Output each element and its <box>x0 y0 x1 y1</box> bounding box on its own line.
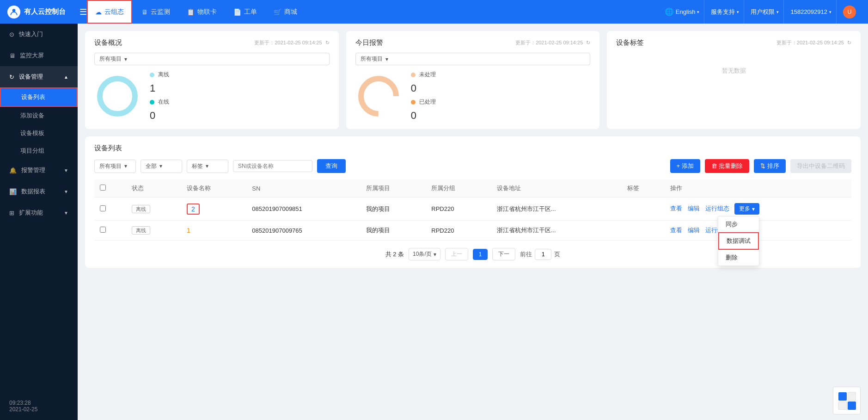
extensions-icon: ⊞ <box>9 210 14 216</box>
hamburger-button[interactable]: ☰ <box>79 7 87 17</box>
row1-project: 我的项目 <box>361 198 426 221</box>
overview-title: 设备概况 <box>94 38 122 47</box>
nav-work-order[interactable]: 📄 工单 <box>226 0 264 24</box>
top-nav-right: 🌐 English ▾ 服务支持 ▾ 用户权限 ▾ 15822092912 ▾ … <box>660 0 861 24</box>
handled-legend: 已处理 <box>411 98 436 106</box>
logo-icon <box>7 6 20 19</box>
app-logo[interactable]: 有人云控制台 <box>7 6 66 19</box>
row1-group: RPD220 <box>426 198 491 221</box>
select-all-checkbox[interactable] <box>100 185 106 191</box>
alarm-filter[interactable]: 所有项目 ▾ <box>355 53 591 65</box>
row1-more-button[interactable]: 更多 ▾ <box>734 203 759 215</box>
col-project: 所属项目 <box>361 179 426 198</box>
query-button[interactable]: 查询 <box>317 159 346 173</box>
page-size-caret: ▾ <box>434 251 436 258</box>
row2-tag <box>622 221 665 241</box>
monitor-icon: 🖥 <box>141 8 148 16</box>
tag-card: 设备标签 更新于：2021-02-25 09:14:25 ↻ 暂无数据 <box>607 31 861 129</box>
batch-delete-button[interactable]: 🗑 批量删除 <box>705 159 750 173</box>
tag-no-data: 暂无数据 <box>616 53 851 89</box>
overview-refresh-icon[interactable]: ↻ <box>325 40 330 45</box>
user-permissions[interactable]: 用户权限 ▾ <box>746 0 784 24</box>
row1-view-link[interactable]: 查看 <box>670 205 682 212</box>
workorder-icon: 📄 <box>233 8 241 16</box>
alarm-filter-caret: ▾ <box>385 56 388 62</box>
goto-page-input[interactable] <box>535 249 551 260</box>
offline-dot <box>150 73 154 77</box>
next-page-button[interactable]: 下一 <box>492 248 515 260</box>
sidebar-item-device-mgmt[interactable]: ↻ 设备管理 ▲ <box>0 66 78 87</box>
row1-dropdown-menu: 同步 数据调试 删除 <box>718 216 759 266</box>
row1-edit-link[interactable]: 编辑 <box>688 205 700 212</box>
sort-icon: ⇅ <box>760 162 765 169</box>
alarm-update: 更新于：2021-02-25 09:14:25 ↻ <box>515 39 590 46</box>
prev-page-button[interactable]: 上一 <box>445 248 468 260</box>
nav-cloud-org[interactable]: ☁ 云组态 <box>87 0 132 24</box>
svg-point-3 <box>361 79 396 114</box>
dropdown-sync[interactable]: 同步 <box>718 216 759 232</box>
overview-legend: 离线 1 在线 0 <box>150 71 169 122</box>
tag-filter-caret: ▾ <box>206 163 208 169</box>
offline-legend: 离线 <box>150 71 169 79</box>
row2-checkbox[interactable] <box>100 227 106 233</box>
globe-icon: 🌐 <box>665 7 674 16</box>
sidebar-item-monitor-screen[interactable]: 🖥 监控大屏 <box>0 45 78 66</box>
sidebar-item-device-list[interactable]: 设备列表 <box>0 87 78 107</box>
sidebar-item-add-device[interactable]: 添加设备 <box>0 107 78 124</box>
delete-icon: 🗑 <box>711 162 717 169</box>
tag-filter[interactable]: 标签 ▾ <box>187 160 228 173</box>
handled-count: 0 <box>411 110 436 122</box>
device-list-section: 设备列表 所有项目 ▾ 全部 ▾ 标签 ▾ 查询 + 添加 <box>85 136 861 268</box>
online-legend: 在线 <box>150 98 169 106</box>
language-selector[interactable]: 🌐 English ▾ <box>660 0 705 24</box>
row2-view-link[interactable]: 查看 <box>670 227 682 234</box>
svg-point-1 <box>100 79 135 114</box>
project-filter[interactable]: 所有项目 ▾ <box>94 160 136 173</box>
alarm-donut-chart <box>355 73 402 119</box>
nav-shop[interactable]: 🛒 商城 <box>266 0 305 24</box>
page-1-button[interactable]: 1 <box>473 249 488 260</box>
sidebar-item-quick-start[interactable]: ⊙ 快速入门 <box>0 24 78 45</box>
user-phone[interactable]: 15822092912 ▾ <box>786 0 837 24</box>
sidebar-item-project-group[interactable]: 项目分组 <box>0 142 78 160</box>
dropdown-delete[interactable]: 删除 <box>718 250 759 266</box>
row1-run-state-link[interactable]: 运行组态 <box>705 205 729 212</box>
sidebar-item-extensions[interactable]: ⊞ 扩展功能 ▼ <box>0 202 78 223</box>
row1-device-name[interactable]: 2 <box>187 204 200 215</box>
row2-device-name[interactable]: 1 <box>187 227 190 234</box>
service-support[interactable]: 服务支持 ▾ <box>706 0 744 24</box>
sort-button[interactable]: ⇅ 排序 <box>754 159 786 173</box>
nav-iot-card[interactable]: 📋 物联卡 <box>179 0 224 24</box>
nav-cloud-monitor[interactable]: 🖥 云监测 <box>134 0 177 24</box>
page-size-selector[interactable]: 10条/页 ▾ <box>409 248 440 260</box>
col-address: 设备地址 <box>491 179 622 198</box>
sidebar: ⊙ 快速入门 🖥 监控大屏 ↻ 设备管理 ▲ 设备列表 添加设备 设备模板 项目… <box>0 24 78 420</box>
unhandled-dot <box>411 73 416 77</box>
row1-actions: 查看 编辑 运行组态 更多 ▾ 同步 数据调试 删除 <box>665 198 851 221</box>
alarm-icon: 🔔 <box>9 167 17 174</box>
svg-rect-5 <box>838 392 847 401</box>
alarm-title: 今日报警 <box>355 38 383 47</box>
row1-more-wrapper: 更多 ▾ 同步 数据调试 删除 <box>734 203 759 215</box>
sidebar-item-alarm-mgmt[interactable]: 🔔 报警管理 ▼ <box>0 160 78 181</box>
category-filter[interactable]: 全部 ▾ <box>141 160 182 173</box>
app-title: 有人云控制台 <box>24 7 66 16</box>
dropdown-data-debug[interactable]: 数据调试 <box>718 232 759 250</box>
sn-search-input[interactable] <box>233 160 312 172</box>
permissions-caret: ▾ <box>776 10 779 14</box>
overview-filter[interactable]: 所有项目 ▾ <box>94 53 330 65</box>
tag-title: 设备标签 <box>616 38 644 47</box>
row1-checkbox[interactable] <box>100 205 106 211</box>
sidebar-item-data-report[interactable]: 📊 数据报表 ▼ <box>0 181 78 202</box>
device-table: 状态 设备名称 SN 所属项目 所属分组 设备地址 标签 操作 <box>94 179 851 241</box>
device-mgmt-arrow: ▲ <box>64 74 68 80</box>
user-avatar[interactable]: U <box>838 0 861 24</box>
row2-edit-link[interactable]: 编辑 <box>688 227 700 234</box>
alarm-refresh-icon[interactable]: ↻ <box>586 40 590 45</box>
row2-status: 离线 <box>132 226 150 235</box>
sidebar-item-device-template[interactable]: 设备模板 <box>0 124 78 142</box>
add-button[interactable]: + 添加 <box>670 159 700 173</box>
data-report-arrow: ▼ <box>64 189 68 194</box>
device-overview-card: 设备概况 更新于：2021-02-25 09:14:25 ↻ 所有项目 ▾ <box>85 31 339 129</box>
tag-refresh-icon[interactable]: ↻ <box>847 40 851 45</box>
